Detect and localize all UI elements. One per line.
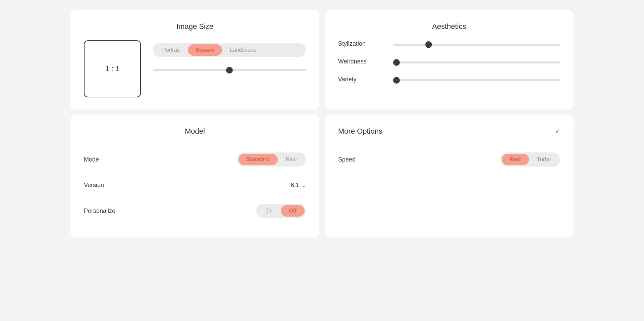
aesthetics-title: Aesthetics (338, 22, 560, 31)
size-slider[interactable] (153, 69, 306, 71)
speed-fast[interactable]: Fast (502, 154, 529, 165)
mode-standard[interactable]: Standard (238, 154, 278, 165)
speed-turbo[interactable]: Turbo (529, 154, 559, 165)
aesthetics-row-stylization: Stylization (338, 40, 560, 47)
more-options-row-speed: Speed Fast Turbo (338, 145, 560, 174)
mode-raw[interactable]: Raw (278, 154, 305, 165)
size-slider-container (153, 66, 306, 73)
model-row-version: Version 6.1 ⌄ (84, 174, 306, 196)
image-size-title: Image Size (84, 22, 306, 31)
variety-slider-container (393, 77, 560, 83)
checkmark-icon: ✓ (555, 128, 560, 135)
aesthetics-card: Aesthetics Stylization Weirdness Variety (325, 10, 574, 109)
version-dropdown[interactable]: 6.1 ⌄ (291, 182, 306, 189)
image-size-content: 1 : 1 Portrait Square Landscape (84, 40, 306, 97)
aesthetics-label-weirdness: Weirdness (338, 58, 385, 65)
orientation-portrait[interactable]: Portrait (154, 44, 188, 56)
size-controls: Portrait Square Landscape (153, 40, 306, 73)
more-options-header: More Options ✓ (338, 127, 560, 136)
aspect-ratio-label: 1 : 1 (105, 64, 120, 73)
personalize-toggle-group: On Off (256, 204, 306, 218)
personalize-off[interactable]: Off (281, 205, 305, 217)
mode-label: Mode (84, 156, 99, 163)
version-value: 6.1 (291, 182, 299, 189)
weirdness-slider-container (393, 59, 560, 65)
image-size-card: Image Size 1 : 1 Portrait Square Landsca… (70, 10, 319, 109)
weirdness-slider[interactable] (393, 61, 560, 63)
personalize-label: Personalize (84, 208, 115, 215)
orientation-toggle-group: Portrait Square Landscape (153, 43, 306, 57)
personalize-on[interactable]: On (258, 205, 281, 217)
orientation-landscape[interactable]: Landscape (222, 44, 264, 56)
speed-toggle-group: Fast Turbo (500, 152, 560, 167)
model-row-mode: Mode Standard Raw (84, 145, 306, 174)
aesthetics-rows: Stylization Weirdness Variety (338, 40, 560, 83)
speed-label: Speed (338, 156, 356, 163)
mode-toggle-group: Standard Raw (237, 152, 306, 167)
aesthetics-label-stylization: Stylization (338, 40, 385, 47)
main-grid: Image Size 1 : 1 Portrait Square Landsca… (70, 10, 574, 237)
orientation-square[interactable]: Square (188, 44, 222, 56)
model-card: Model Mode Standard Raw Version 6.1 ⌄ (70, 115, 319, 237)
aspect-ratio-box: 1 : 1 (84, 40, 141, 97)
variety-slider[interactable] (393, 79, 560, 81)
model-rows: Mode Standard Raw Version 6.1 ⌄ Personal… (84, 145, 306, 225)
more-options-rows: Speed Fast Turbo (338, 145, 560, 174)
chevron-down-icon: ⌄ (302, 183, 306, 188)
more-options-card: More Options ✓ Speed Fast Turbo (325, 115, 574, 237)
model-row-personalize: Personalize On Off (84, 196, 306, 225)
aesthetics-row-variety: Variety (338, 76, 560, 83)
stylization-slider-container (393, 41, 560, 47)
aesthetics-row-weirdness: Weirdness (338, 58, 560, 65)
stylization-slider[interactable] (393, 44, 560, 46)
aesthetics-label-variety: Variety (338, 76, 385, 83)
more-options-title: More Options (338, 127, 382, 136)
version-label: Version (84, 182, 104, 189)
model-title: Model (84, 127, 306, 136)
